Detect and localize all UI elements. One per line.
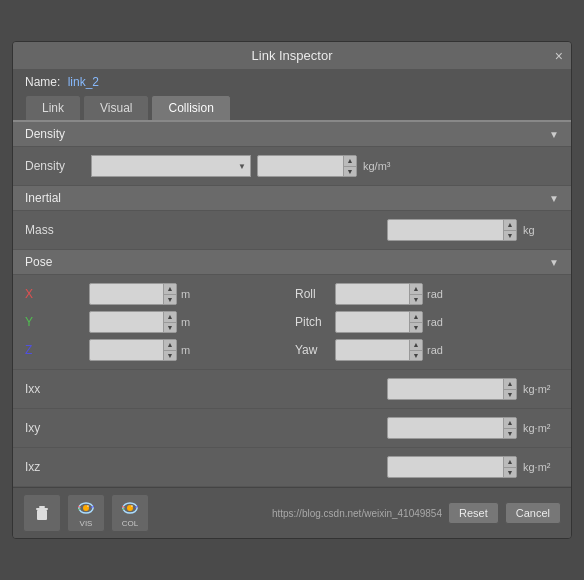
ixz-spin-up[interactable]: ▲ <box>504 457 516 468</box>
tabs-row: Link Visual Collision <box>13 95 571 120</box>
tab-link[interactable]: Link <box>25 95 81 120</box>
pitch-field-row: Pitch 0.000000 ▲ ▼ rad <box>295 311 559 333</box>
y-field-row: Y 0.000000 ▲ ▼ m <box>25 311 289 333</box>
ixy-input[interactable]: 0.00000000 <box>387 417 517 439</box>
ixy-row: Ixy 0.00000000 ▲ ▼ kg·m² <box>13 409 571 448</box>
yaw-value-wrap: 0.000000 ▲ ▼ <box>335 339 423 361</box>
z-label: Z <box>25 343 85 357</box>
ixy-spinners: ▲ ▼ <box>503 418 516 438</box>
yaw-spinners: ▲ ▼ <box>409 340 422 360</box>
z-field-row: Z 0.000000 ▲ ▼ m <box>25 339 289 361</box>
pitch-spin-down[interactable]: ▼ <box>410 323 422 333</box>
svg-rect-2 <box>39 506 45 508</box>
name-row: Name: link_2 <box>13 69 571 95</box>
ixx-input[interactable]: 0.16666700 <box>387 378 517 400</box>
mass-value-wrap: 1.00000000 ▲ ▼ <box>387 219 517 241</box>
ixz-input[interactable]: 0.00000000 <box>387 456 517 478</box>
pose-section-body: X 0.000000 ▲ ▼ m Y 0.0000 <box>13 275 571 370</box>
pitch-spinners: ▲ ▼ <box>409 312 422 332</box>
ixz-unit: kg·m² <box>523 461 559 473</box>
pose-section-header[interactable]: Pose ▼ <box>13 250 571 275</box>
x-value-wrap: 0.000000 ▲ ▼ <box>89 283 177 305</box>
density-select-wrap <box>91 155 251 177</box>
z-spin-up[interactable]: ▲ <box>164 340 176 351</box>
mass-spinners: ▲ ▼ <box>503 220 516 240</box>
window-title: Link Inspector <box>252 48 333 63</box>
mass-input[interactable]: 1.00000000 <box>387 219 517 241</box>
yaw-spin-up[interactable]: ▲ <box>410 340 422 351</box>
pose-chevron-icon: ▼ <box>549 257 559 268</box>
density-unit: kg/m³ <box>363 160 399 172</box>
ixx-spin-down[interactable]: ▼ <box>504 390 516 400</box>
inertial-chevron-icon: ▼ <box>549 193 559 204</box>
ixx-spin-up[interactable]: ▲ <box>504 379 516 390</box>
density-spin-up[interactable]: ▲ <box>344 156 356 167</box>
pitch-spin-up[interactable]: ▲ <box>410 312 422 323</box>
ixy-spin-up[interactable]: ▲ <box>504 418 516 429</box>
col-eye-icon <box>120 498 140 518</box>
roll-field-row: Roll 1.570800 ▲ ▼ rad <box>295 283 559 305</box>
density-section-header[interactable]: Density ▼ <box>13 122 571 147</box>
content-area: Density ▼ Density 0.0 ▲ ▼ kg/m³ <box>13 120 571 487</box>
ixz-value-wrap: 0.00000000 ▲ ▼ <box>387 456 517 478</box>
vis-eye-icon <box>76 498 96 518</box>
density-select[interactable] <box>91 155 251 177</box>
density-input[interactable]: 0.0 <box>257 155 357 177</box>
x-spin-down[interactable]: ▼ <box>164 295 176 305</box>
z-spin-down[interactable]: ▼ <box>164 351 176 361</box>
tab-visual[interactable]: Visual <box>83 95 149 120</box>
roll-unit: rad <box>427 288 463 300</box>
mass-spin-up[interactable]: ▲ <box>504 220 516 231</box>
pitch-label: Pitch <box>295 315 331 329</box>
roll-spin-up[interactable]: ▲ <box>410 284 422 295</box>
y-label: Y <box>25 315 85 329</box>
roll-label: Roll <box>295 287 331 301</box>
vis-button[interactable]: VIS <box>67 494 105 532</box>
density-spin-down[interactable]: ▼ <box>344 167 356 177</box>
close-button[interactable]: × <box>555 48 563 64</box>
ixx-spinners: ▲ ▼ <box>503 379 516 399</box>
yaw-unit: rad <box>427 344 463 356</box>
inertial-section-body: Mass 1.00000000 ▲ ▼ kg <box>13 211 571 250</box>
roll-spin-down[interactable]: ▼ <box>410 295 422 305</box>
cancel-button[interactable]: Cancel <box>505 502 561 524</box>
delete-button[interactable] <box>23 494 61 532</box>
mass-spin-down[interactable]: ▼ <box>504 231 516 241</box>
svg-point-11 <box>131 505 133 507</box>
density-section-label: Density <box>25 127 65 141</box>
ixx-value-wrap: 0.16666700 ▲ ▼ <box>387 378 517 400</box>
ixx-label: Ixx <box>25 382 40 396</box>
ixz-row: Ixz 0.00000000 ▲ ▼ kg·m² <box>13 448 571 487</box>
url-label: https://blog.csdn.net/weixin_41049854 <box>272 508 442 519</box>
ixy-value-wrap: 0.00000000 ▲ ▼ <box>387 417 517 439</box>
yaw-label: Yaw <box>295 343 331 357</box>
density-section-body: Density 0.0 ▲ ▼ kg/m³ <box>13 147 571 186</box>
pose-grid: X 0.000000 ▲ ▼ m Y 0.0000 <box>25 283 559 361</box>
svg-rect-1 <box>36 508 48 510</box>
pose-right-col: Roll 1.570800 ▲ ▼ rad Pitch <box>295 283 559 361</box>
yaw-spin-down[interactable]: ▼ <box>410 351 422 361</box>
svg-point-5 <box>87 505 89 507</box>
inertial-section-label: Inertial <box>25 191 61 205</box>
inertial-section-header[interactable]: Inertial ▼ <box>13 186 571 211</box>
col-vis-button[interactable]: COL <box>111 494 149 532</box>
y-spin-up[interactable]: ▲ <box>164 312 176 323</box>
ixy-spin-down[interactable]: ▼ <box>504 429 516 439</box>
z-unit: m <box>181 344 217 356</box>
tab-collision[interactable]: Collision <box>151 95 230 120</box>
y-value-wrap: 0.000000 ▲ ▼ <box>89 311 177 333</box>
name-value: link_2 <box>68 75 99 89</box>
y-spin-down[interactable]: ▼ <box>164 323 176 333</box>
yaw-field-row: Yaw 0.000000 ▲ ▼ rad <box>295 339 559 361</box>
ixz-spin-down[interactable]: ▼ <box>504 468 516 478</box>
x-field-row: X 0.000000 ▲ ▼ m <box>25 283 289 305</box>
x-spin-up[interactable]: ▲ <box>164 284 176 295</box>
x-unit: m <box>181 288 217 300</box>
vis-button-label: VIS <box>80 519 93 528</box>
ixx-row: Ixx 0.16666700 ▲ ▼ kg·m² <box>13 370 571 409</box>
col-button-label: COL <box>122 519 138 528</box>
reset-button[interactable]: Reset <box>448 502 499 524</box>
density-spinners: ▲ ▼ <box>343 156 356 176</box>
mass-label: Mass <box>25 223 85 237</box>
ixz-label: Ixz <box>25 460 40 474</box>
